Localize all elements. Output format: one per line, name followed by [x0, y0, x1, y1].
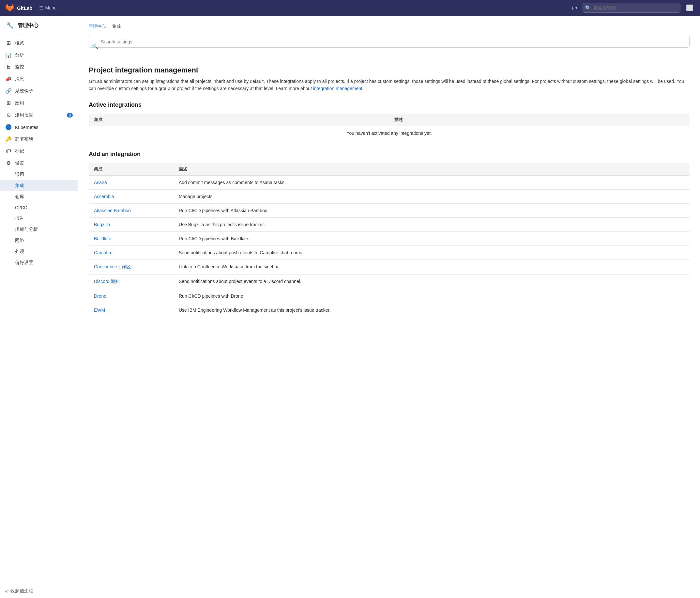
hamburger-icon: ☰	[39, 5, 43, 10]
sidebar-sub-network[interactable]: 网络	[0, 235, 78, 246]
sidebar-item-monitor[interactable]: 🖥 监控	[0, 61, 78, 73]
page-title: Project integration management	[89, 66, 690, 74]
abuse-badge: 0	[67, 113, 73, 118]
sidebar-sub-label: CI/CD	[15, 205, 27, 210]
sidebar-sub-label: 指标与分析	[15, 226, 38, 233]
gitlab-brand-name: GitLab	[17, 5, 33, 11]
table-row: Atlassian Bamboo Run CI/CD pipelines wit…	[89, 204, 690, 217]
collapse-icon: «	[5, 589, 8, 594]
sidebar-item-hooks[interactable]: 🔗 系统钩子	[0, 85, 78, 97]
breadcrumb-current: 集成	[112, 24, 121, 29]
sidebar-sub-general[interactable]: 通用	[0, 169, 78, 180]
add-integrations-table: 集成 描述 Asana Add commit messages as comme…	[89, 163, 690, 317]
sidebar-item-label: Kubernetes	[15, 125, 39, 130]
search-icon: 🔍	[585, 5, 591, 10]
add-col-desc: 描述	[174, 163, 690, 175]
sidebar-item-label: 分析	[15, 52, 24, 58]
sidebar-item-messages[interactable]: 📣 消息	[0, 73, 78, 85]
sidebar-sub-repository[interactable]: 仓库	[0, 191, 78, 202]
integration-desc-cell: Add commit messages as comments to Asana…	[174, 175, 690, 189]
sidebar-item-labels[interactable]: 🏷 标记	[0, 145, 78, 157]
integration-name-cell: Asana	[89, 175, 174, 189]
integration-link[interactable]: Drone	[94, 293, 106, 299]
menu-label: Menu	[45, 5, 57, 10]
menu-button[interactable]: ☰ Menu	[36, 4, 59, 12]
sidebar-sub-appearance[interactable]: 外观	[0, 246, 78, 257]
sidebar-sub-integrations[interactable]: 集成	[0, 180, 78, 191]
sidebar-sub-preferences[interactable]: 偏好设置	[0, 257, 78, 268]
sidebar-sub-metrics[interactable]: 指标与分析	[0, 224, 78, 235]
table-row: Buildkite Run CI/CD pipelines with Build…	[89, 232, 690, 245]
apps-icon: ⊞	[5, 100, 12, 106]
integration-link[interactable]: EWM	[94, 308, 105, 313]
integration-link[interactable]: Assembla	[94, 194, 114, 199]
sidebar-item-settings[interactable]: ⚙ 设置	[0, 157, 78, 169]
integration-link[interactable]: Bugzilla	[94, 222, 110, 227]
integration-desc-cell: Use IBM Engineering Workflow Management …	[174, 303, 690, 317]
integration-desc-cell: Send notifications about push events to …	[174, 245, 690, 260]
integration-link[interactable]: Atlassian Bamboo	[94, 208, 131, 213]
messages-icon: 📣	[5, 76, 12, 82]
sidebar-item-label: 消息	[15, 76, 24, 82]
plus-icon: ＋	[570, 4, 575, 12]
integration-desc-cell: Link to a Confluence Workspace from the …	[174, 260, 690, 274]
integration-desc-cell: Send notifications about project events …	[174, 274, 690, 289]
integration-link[interactable]: Buildkite	[94, 236, 111, 241]
sidebar-sub-cicd[interactable]: CI/CD	[0, 202, 78, 213]
window-icon-button[interactable]: ⬜	[684, 3, 695, 13]
integration-name-cell: EWM	[89, 303, 174, 317]
hooks-icon: 🔗	[5, 88, 12, 94]
sidebar: 🔧 管理中心 ⊞ 概览 📊 分析 🖥 监控 📣 消息 🔗 系统钩子	[0, 16, 78, 598]
active-col-desc: 描述	[389, 114, 690, 126]
integration-desc-cell: Run CI/CD pipelines with Buildkite.	[174, 232, 690, 245]
active-empty-message: You haven't activated any integrations y…	[89, 126, 690, 140]
global-search-input[interactable]	[582, 3, 680, 13]
add-col-integration: 集成	[89, 163, 174, 175]
active-integrations-table: 集成 描述 You haven't activated any integrat…	[89, 114, 690, 140]
sidebar-item-kubernetes[interactable]: 🔵 Kubernetes	[0, 121, 78, 133]
sidebar-item-label: 系统钩子	[15, 88, 33, 94]
new-item-button[interactable]: ＋ ▾	[568, 3, 579, 13]
add-table-header-row: 集成 描述	[89, 163, 690, 175]
add-integration-title: Add an integration	[89, 151, 690, 158]
settings-search-input[interactable]	[89, 36, 690, 48]
sidebar-collapse-button[interactable]: « 收起侧边栏	[0, 584, 78, 598]
sidebar-title: 管理中心	[18, 22, 39, 29]
sidebar-item-abuse[interactable]: ⊙ 滥用报告 0	[0, 109, 78, 121]
breadcrumb: 管理中心 › 集成	[89, 24, 690, 29]
sidebar-sub-label: 网络	[15, 238, 24, 243]
breadcrumb-parent[interactable]: 管理中心	[89, 24, 106, 29]
integration-desc-cell: Manage projects.	[174, 189, 690, 204]
table-row: Discord 通知 Send notifications about proj…	[89, 274, 690, 289]
integration-link[interactable]: Asana	[94, 180, 107, 185]
integration-name-cell: Bugzilla	[89, 217, 174, 232]
integration-link[interactable]: Discord 通知	[94, 279, 120, 284]
integration-link[interactable]: Campfire	[94, 250, 112, 255]
integration-management-link[interactable]: integration management	[313, 86, 362, 91]
integration-name-cell: Buildkite	[89, 232, 174, 245]
integration-name-cell: Confluence工作区	[89, 260, 174, 274]
sidebar-item-label: 概览	[15, 40, 24, 46]
sidebar-item-label: 部署密钥	[15, 137, 33, 142]
integration-name-cell: Atlassian Bamboo	[89, 204, 174, 217]
kubernetes-icon: 🔵	[5, 124, 12, 130]
sidebar-item-overview[interactable]: ⊞ 概览	[0, 37, 78, 49]
collapse-label: 收起侧边栏	[10, 588, 33, 594]
page-description: GitLab administrators can set up integra…	[89, 78, 690, 92]
top-nav: GitLab ☰ Menu ＋ ▾ 🔍 ⬜	[0, 0, 700, 16]
window-icon: ⬜	[686, 4, 693, 11]
sidebar-item-label: 设置	[15, 160, 24, 166]
settings-search-wrap: 🔍	[89, 36, 690, 57]
sidebar-item-deploy-keys[interactable]: 🔑 部署密钥	[0, 133, 78, 145]
sidebar-sub-label: 仓库	[15, 194, 24, 200]
admin-icon: 🔧	[5, 21, 14, 30]
sidebar-item-analytics[interactable]: 📊 分析	[0, 49, 78, 61]
table-row: Bugzilla Use Bugzilla as this project's …	[89, 217, 690, 232]
sidebar-item-apps[interactable]: ⊞ 应用	[0, 97, 78, 109]
deploy-keys-icon: 🔑	[5, 136, 12, 142]
integration-desc-cell: Run CI/CD pipelines with Atlassian Bambo…	[174, 204, 690, 217]
sidebar-item-label: 应用	[15, 100, 24, 106]
integration-link[interactable]: Confluence工作区	[94, 264, 131, 269]
table-row: Asana Add commit messages as comments to…	[89, 175, 690, 189]
sidebar-sub-reports[interactable]: 报告	[0, 213, 78, 224]
